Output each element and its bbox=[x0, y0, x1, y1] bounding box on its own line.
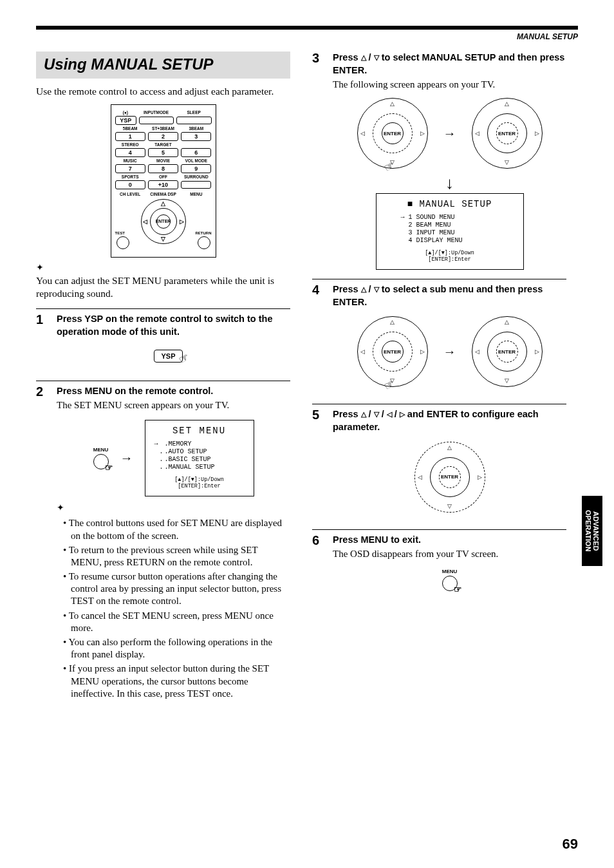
bullet-item: You can also perform the following opera… bbox=[71, 636, 290, 661]
remote-ysp-button: YSP bbox=[115, 116, 136, 125]
right-column: 3 Press △ / ▽ to select MANUAL SETUP and… bbox=[312, 52, 566, 702]
tip-text-1: You can adjust the SET MENU parameters w… bbox=[36, 274, 290, 300]
enter-button: ENTER bbox=[156, 214, 171, 229]
step-6-heading: Press MENU to exit. bbox=[333, 534, 566, 547]
step-5: 5 Press △ / ▽ / ◁ / ▷ and ENTER to confi… bbox=[312, 404, 566, 520]
step-number: 6 bbox=[312, 534, 324, 601]
section-title: Using MANUAL SETUP bbox=[44, 55, 283, 73]
dpad-figure-all: ENTER △▽◁▷ bbox=[414, 442, 485, 513]
two-column-layout: Using MANUAL SETUP Use the remote contro… bbox=[36, 52, 578, 702]
step-1: 1 Press YSP on the remote control to swi… bbox=[36, 308, 290, 371]
step-5-heading: Press △ / ▽ / ◁ / ▷ and ENTER to configu… bbox=[333, 408, 566, 433]
manual-setup-screen: ■ MANUAL SETUP → 1 SOUND MENU 2 BEAM MEN… bbox=[376, 193, 524, 270]
menu-button-figure: MENU bbox=[333, 569, 566, 591]
step-number: 2 bbox=[36, 385, 48, 702]
step-2-bullets: The control buttons used for SET MENU ar… bbox=[57, 517, 290, 700]
arrow-down-icon: ↓ bbox=[333, 174, 566, 193]
step-3-sub: The following screen appears on your TV. bbox=[333, 79, 566, 90]
arrow-right-icon: → bbox=[120, 451, 133, 466]
return-button bbox=[198, 236, 210, 249]
arrow-right-icon: → bbox=[443, 344, 456, 359]
bullet-item: To cancel the SET MENU screen, press MEN… bbox=[71, 610, 290, 634]
round-button-icon bbox=[93, 454, 109, 469]
header-section-label: MANUAL SETUP bbox=[36, 32, 578, 41]
dpad-figure-enter: ENTER △▽◁▷ bbox=[472, 98, 543, 169]
tip-icon bbox=[36, 261, 290, 273]
page-number: 69 bbox=[563, 836, 578, 853]
step-3-heading: Press △ / ▽ to select MANUAL SETUP and t… bbox=[333, 52, 566, 77]
step-number: 1 bbox=[36, 313, 48, 371]
bullet-item: The control buttons used for SET MENU ar… bbox=[71, 517, 290, 542]
step-6: 6 Press MENU to exit. The OSD disappears… bbox=[312, 529, 566, 601]
intro-text: Use the remote control to access and adj… bbox=[36, 85, 290, 98]
step-number: 3 bbox=[312, 52, 324, 270]
step-3: 3 Press △ / ▽ to select MANUAL SETUP and… bbox=[312, 52, 566, 270]
arrow-right-icon: → bbox=[443, 126, 456, 141]
step-6-sub: The OSD disappears from your TV screen. bbox=[333, 549, 566, 560]
remote-diagram: (●) INPUTMODE SLEEP YSP 5BEAMST+3BEAM3BE… bbox=[111, 104, 216, 258]
menu-button-figure: MENU bbox=[93, 447, 109, 469]
remote-dpad: ENTER △▽◁▷ bbox=[141, 199, 186, 244]
tip-icon bbox=[57, 502, 290, 513]
dpad-figure-updown: ENTER △▽◁▷ ☞ bbox=[357, 316, 428, 387]
test-button bbox=[116, 236, 129, 249]
step-4: 4 Press △ / ▽ to select a sub menu and t… bbox=[312, 279, 566, 395]
bullet-item: To resume cursor button operations after… bbox=[71, 571, 290, 608]
top-black-bar bbox=[36, 26, 578, 30]
dpad-figure-updown: ENTER △▽◁▷ ☞ bbox=[357, 98, 428, 169]
step-2-heading: Press MENU on the remote control. bbox=[57, 385, 290, 398]
round-button-icon bbox=[442, 576, 458, 591]
step-1-heading: Press YSP on the remote control to switc… bbox=[57, 313, 290, 338]
dpad-figure-enter: ENTER △▽◁▷ bbox=[472, 316, 543, 387]
step-2-sub: The SET MENU screen appears on your TV. bbox=[57, 400, 290, 411]
step-4-heading: Press △ / ▽ to select a sub menu and the… bbox=[333, 283, 566, 308]
bullet-item: To return to the previous screen while u… bbox=[71, 544, 290, 569]
set-menu-screen: SET MENU .MEMORY .AUTO SETUP .BASIC SETU… bbox=[145, 420, 254, 496]
bullet-item: If you press an input selector button du… bbox=[71, 663, 290, 700]
section-title-bar: Using MANUAL SETUP bbox=[36, 52, 290, 79]
step-number: 5 bbox=[312, 408, 324, 520]
side-tab: ADVANCEDOPERATION bbox=[582, 496, 602, 566]
step-2: 2 Press MENU on the remote control. The … bbox=[36, 381, 290, 702]
left-column: Using MANUAL SETUP Use the remote contro… bbox=[36, 52, 290, 702]
step-number: 4 bbox=[312, 283, 324, 395]
